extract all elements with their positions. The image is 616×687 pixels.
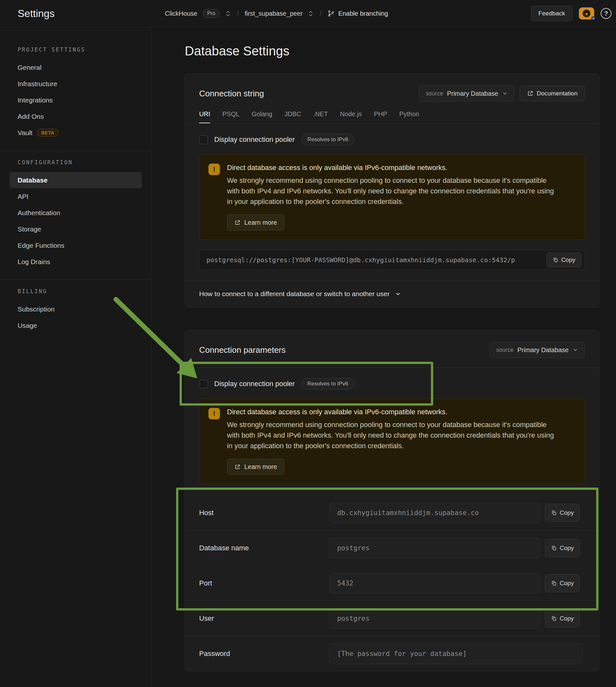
- connect-help-label: How to connect to a different database o…: [199, 290, 390, 298]
- sidebar-item-label: Infrastructure: [18, 80, 57, 88]
- connection-parameters-card: Connection parameters source Primary Dat…: [185, 330, 599, 671]
- copy-database-name-button[interactable]: Copy: [545, 539, 580, 557]
- beta-badge: BETA: [37, 129, 59, 137]
- feedback-button[interactable]: Feedback: [531, 6, 572, 21]
- chevron-down-icon: [572, 347, 578, 353]
- section-title-billing: BILLING: [0, 288, 151, 294]
- warning-icon: !: [208, 408, 220, 419]
- param-row-user: User postgres Copy: [185, 601, 599, 636]
- sidebar-item-label: Database: [18, 176, 47, 184]
- sidebar-item-integrations[interactable]: Integrations: [9, 92, 142, 108]
- sidebar-item-usage[interactable]: Usage: [9, 317, 142, 334]
- connection-string-card: Connection string source Primary Databas…: [185, 74, 599, 308]
- breadcrumb-separator: /: [319, 9, 322, 18]
- source-select[interactable]: source Primary Database: [489, 342, 585, 358]
- source-value: Primary Database: [447, 90, 498, 97]
- copy-label: Copy: [560, 545, 574, 552]
- sidebar-item-label: General: [18, 64, 42, 71]
- tab-uri[interactable]: URI: [199, 110, 210, 123]
- sidebar-item-infrastructure[interactable]: Infrastructure: [9, 75, 142, 92]
- connection-uri-value: postgresql://postgres:[YOUR-PASSWORD]@db…: [206, 256, 515, 264]
- sidebar-item-authentication[interactable]: Authentication: [9, 204, 142, 221]
- notification-dot: [591, 16, 595, 21]
- external-link-icon: [234, 220, 240, 226]
- sidebar-item-edge-functions[interactable]: Edge Functions: [9, 237, 142, 253]
- sidebar-item-api[interactable]: API: [9, 188, 142, 204]
- external-link-icon: [234, 464, 240, 470]
- external-link-icon: [527, 90, 533, 97]
- copy-uri-button[interactable]: Copy: [547, 252, 581, 267]
- sidebar-item-general[interactable]: General: [9, 59, 142, 75]
- tab-nodejs[interactable]: Node.js: [340, 110, 362, 123]
- copy-icon: [551, 580, 557, 586]
- warning-body: We strongly recommend using connection p…: [227, 175, 560, 207]
- display-connection-pooler-checkbox[interactable]: [199, 380, 208, 388]
- source-select[interactable]: source Primary Database: [419, 86, 514, 102]
- chevron-down-icon: [395, 291, 401, 297]
- tab-psql[interactable]: PSQL: [222, 110, 239, 123]
- sidebar-item-vault[interactable]: Vault BETA: [9, 125, 142, 141]
- breadcrumb-separator: /: [236, 9, 240, 18]
- sidebar-item-label: Integrations: [18, 96, 53, 104]
- git-branch-icon: [328, 10, 335, 17]
- param-row-port: Port 5432 Copy: [185, 566, 599, 601]
- param-row-database-name: Database name postgres Copy: [185, 530, 599, 566]
- database-name-field[interactable]: postgres: [329, 538, 541, 558]
- card-title: Connection string: [199, 89, 414, 98]
- sidebar-divider: [0, 280, 151, 280]
- display-connection-pooler-checkbox[interactable]: [199, 135, 208, 144]
- copy-icon: [551, 510, 557, 516]
- page-title: Database Settings: [185, 44, 616, 58]
- sidebar-item-database[interactable]: Database: [9, 172, 142, 188]
- user-field[interactable]: postgres: [329, 608, 541, 629]
- org-avatar[interactable]: ●: [579, 7, 594, 20]
- ipv6-warning-callout: ! Direct database access is only availab…: [199, 154, 585, 240]
- port-field[interactable]: 5432: [329, 573, 541, 594]
- tab-jdbc[interactable]: JDBC: [284, 110, 301, 123]
- param-label: User: [199, 614, 329, 623]
- tab-python[interactable]: Python: [399, 110, 419, 123]
- breadcrumb-org[interactable]: ClickHouse: [165, 10, 197, 17]
- copy-port-button[interactable]: Copy: [545, 574, 580, 592]
- sidebar-item-subscription[interactable]: Subscription: [9, 301, 142, 317]
- learn-more-label: Learn more: [244, 219, 277, 226]
- tab-golang[interactable]: Golang: [252, 110, 272, 123]
- documentation-button[interactable]: Documentation: [520, 86, 585, 101]
- resolves-ipv6-badge: Resolves to IPv6: [301, 378, 354, 390]
- help-icon[interactable]: ?: [601, 8, 612, 19]
- breadcrumb-project[interactable]: first_supabase_peer: [245, 10, 303, 17]
- project-selector-icon[interactable]: [308, 10, 314, 17]
- learn-more-button[interactable]: Learn more: [227, 215, 284, 230]
- enable-branching-label: Enable branching: [338, 10, 388, 17]
- copy-user-button[interactable]: Copy: [545, 610, 580, 627]
- connect-help-toggle[interactable]: How to connect to a different database o…: [185, 281, 599, 307]
- learn-more-button[interactable]: Learn more: [227, 459, 284, 475]
- learn-more-label: Learn more: [244, 463, 277, 471]
- chevron-down-icon: [502, 91, 508, 96]
- section-title-configuration: CONFIGURATION: [0, 159, 151, 165]
- sidebar-item-add-ons[interactable]: Add Ons: [9, 108, 142, 125]
- param-row-host: Host db.cxhygiuitamxhniiddjm.supabase.co…: [185, 495, 599, 530]
- sidebar-item-log-drains[interactable]: Log Drains: [9, 253, 142, 270]
- connection-string-tabs: URI PSQL Golang JDBC .NET Node.js PHP Py…: [185, 110, 599, 124]
- source-value: Primary Database: [518, 347, 569, 354]
- pooler-label: Display connection pooler: [214, 135, 295, 144]
- param-row-password: Password [The password for your database…: [185, 636, 599, 671]
- password-field[interactable]: [The password for your database]: [329, 643, 583, 664]
- copy-host-button[interactable]: Copy: [545, 504, 580, 522]
- warning-title: Direct database access is only available…: [227, 163, 560, 172]
- pooler-label: Display connection pooler: [214, 380, 295, 388]
- sidebar-item-label: Subscription: [18, 305, 55, 313]
- host-field[interactable]: db.cxhygiuitamxhniiddjm.supabase.co: [329, 503, 541, 523]
- documentation-label: Documentation: [536, 90, 577, 97]
- org-selector-icon[interactable]: [225, 10, 231, 17]
- tab-php[interactable]: PHP: [374, 110, 387, 123]
- warning-icon: !: [208, 163, 220, 175]
- sidebar-item-storage[interactable]: Storage: [9, 221, 142, 237]
- param-label: Database name: [199, 544, 329, 552]
- main-content: Database Settings Connection string sour…: [152, 27, 616, 687]
- tab-dotnet[interactable]: .NET: [313, 110, 328, 123]
- enable-branching-button[interactable]: Enable branching: [328, 10, 388, 17]
- ipv6-warning-callout: ! Direct database access is only availab…: [199, 399, 585, 484]
- connection-uri-field[interactable]: postgresql://postgres:[YOUR-PASSWORD]@db…: [199, 250, 585, 270]
